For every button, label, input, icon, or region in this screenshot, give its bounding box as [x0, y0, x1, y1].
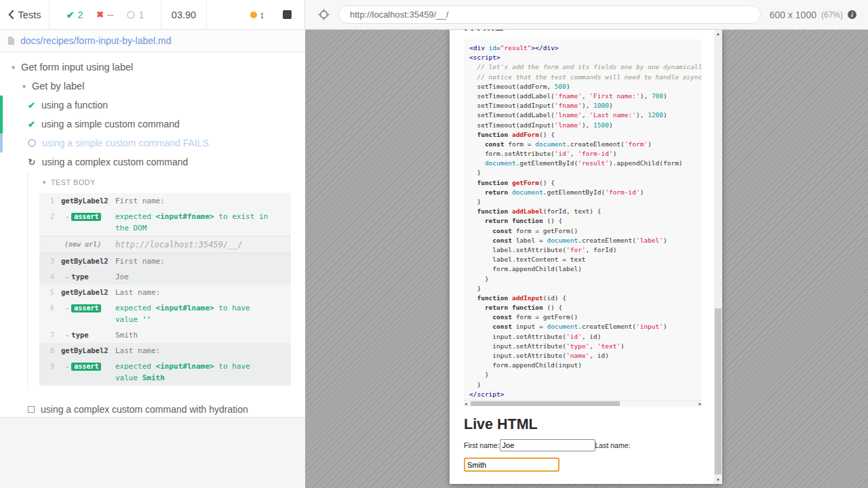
scrollbar-thumb[interactable] [715, 308, 722, 474]
code-token: 1500 [593, 121, 609, 129]
last-name-label: Last name: [595, 441, 631, 449]
code-token: } [469, 285, 481, 292]
code-token: // notice that the test commands will ne… [469, 73, 702, 81]
code-horizontal-scrollbar[interactable]: ◂ ▸ [464, 400, 702, 407]
code-token: "result" [500, 44, 532, 52]
test-simple-custom-command-fails[interactable]: using a simple custom command FAILS [0, 134, 305, 152]
command-message: expected <input#fname> to exist in the D… [115, 211, 291, 234]
passed-number: 2 [77, 9, 83, 20]
code-token: input.setAttribute( [469, 333, 566, 340]
assert-badge: assert [71, 363, 101, 371]
code-token: .createElement( [566, 140, 625, 148]
scrollbar-thumb[interactable] [471, 401, 620, 406]
command-row[interactable]: 7-typeSmith [39, 327, 291, 343]
code-line: document.getElementById('result').append… [469, 159, 702, 168]
message-segment: <input#lname> [156, 304, 214, 312]
first-name-label: First name: [464, 441, 500, 449]
command-row[interactable]: 8getByLabel2Last name: [39, 343, 291, 359]
suite-get-form-input[interactable]: ▾ Get form input using label [0, 58, 305, 77]
code-token: 'fname' [555, 92, 582, 100]
code-line: const input = document.createElement('in… [469, 322, 702, 331]
command-name: getByLabel2 [61, 256, 115, 267]
code-line: label.textContent = text [469, 255, 702, 264]
code-token: () { [539, 179, 555, 186]
code-token: const [469, 313, 512, 321]
command-row[interactable]: 2-assertexpected <input#fname> to exist … [39, 209, 291, 236]
address-bar[interactable]: http://localhost:35459/__/ [338, 5, 761, 24]
code-token: form.setAttribute( [469, 150, 555, 157]
code-line: } [469, 274, 702, 284]
code-line: setTimeout(addLabel('fname', 'First name… [469, 92, 702, 101]
auto-scroll-toggle[interactable]: ↕ [250, 9, 264, 20]
test-complex-custom-command[interactable]: ↻ using a complex custom command [0, 152, 305, 171]
code-token: document [535, 140, 566, 148]
caret-down-icon: ▾ [22, 83, 26, 90]
code-line: // let's add the form and its fields one… [469, 62, 702, 72]
scroll-up-arrow-icon[interactable]: ▲ [714, 30, 722, 38]
code-token: 'Last name:' [589, 111, 636, 119]
test-label: using a complex custom command with hydr… [41, 404, 248, 415]
refresh-icon: ↻ [28, 157, 36, 167]
code-token: return [469, 188, 512, 196]
test-using-a-function[interactable]: ✔ using a function [0, 96, 305, 115]
command-row[interactable]: 9-assertexpected <input#lname> to have v… [39, 359, 291, 386]
reporter-header: Tests ✔2 ✖-- 1 03.90 ↕ [0, 0, 305, 30]
code-token: , [582, 92, 589, 100]
back-to-tests-button[interactable]: Tests [0, 0, 49, 29]
failed-count[interactable]: ✖-- [96, 9, 113, 20]
back-label: Tests [18, 9, 41, 20]
code-line: function addForm() { [469, 130, 702, 140]
stop-button[interactable] [283, 10, 292, 19]
command-row[interactable]: 1getByLabel2First name: [39, 193, 291, 209]
command-name: getByLabel2 [61, 287, 115, 298]
crosshair-icon[interactable] [318, 9, 330, 20]
code-token: ).appendChild(form) [609, 159, 683, 167]
code-token: addForm [512, 131, 539, 138]
scroll-right-arrow-icon[interactable]: ▸ [698, 401, 701, 407]
new-url-row[interactable]: (new url)http://localhost:35459/__/ [39, 236, 291, 253]
last-name-input[interactable] [464, 458, 559, 472]
command-dash: - [65, 362, 69, 370]
aut-vertical-scrollbar[interactable]: ▲ ▼ [714, 30, 722, 484]
code-line: setTimeout(addLabel('lname', 'Last name:… [469, 110, 702, 120]
command-row[interactable]: 4-typeJoe [39, 269, 291, 285]
aut-frame: HTML <div id="result"></div><script> // … [450, 30, 722, 484]
scroll-down-arrow-icon[interactable]: ▼ [714, 476, 722, 484]
code-line: const label = document.createElement('la… [469, 236, 702, 245]
reporter-panel: docs/recipes/form-input-by-label.md ▾ Ge… [0, 30, 305, 488]
code-line: function addInput(id) { [469, 293, 702, 303]
info-icon[interactable]: i [848, 10, 856, 19]
code-token: 'for' [566, 246, 586, 253]
code-token: id [489, 44, 496, 52]
code-token: 'form-id' [578, 150, 612, 157]
suite-get-by-label[interactable]: ▾ Get by label [0, 77, 305, 96]
test-hydration[interactable]: using a complex custom command with hydr… [0, 400, 305, 419]
code-token: } [469, 381, 481, 388]
code-token: 'fname' [555, 102, 582, 109]
code-token: 'name' [566, 352, 589, 359]
code-token: () { [547, 304, 562, 311]
passed-count[interactable]: ✔2 [66, 9, 83, 20]
spec-path-link[interactable]: docs/recipes/form-input-by-label.md [20, 35, 172, 46]
spinner-icon [28, 139, 36, 147]
code-token: , id) [582, 333, 601, 340]
command-dash: - [65, 331, 69, 339]
command-row[interactable]: 6-assertexpected <input#lname> to have v… [39, 300, 291, 327]
test-body-toggle[interactable]: ▾ TEST BODY [28, 174, 305, 190]
code-line: <script> [469, 53, 702, 62]
code-token: label.setAttribute( [469, 246, 566, 253]
pending-count[interactable]: 1 [127, 9, 144, 20]
code-line: return document.getElementById('form-id'… [469, 188, 702, 197]
code-line: input.setAttribute('name', id) [469, 351, 702, 361]
first-name-input[interactable] [500, 439, 595, 451]
spec-path-row: docs/recipes/form-input-by-label.md [0, 30, 305, 52]
code-token: form = getForm() [512, 227, 578, 235]
command-row[interactable]: 5getByLabel2Last name: [39, 285, 291, 300]
code-token: return function [469, 304, 547, 311]
scroll-left-arrow-icon[interactable]: ◂ [465, 401, 467, 407]
code-token: .getElementById( [543, 188, 606, 196]
command-row[interactable]: 3getByLabel2First name: [39, 253, 291, 269]
failed-number: -- [107, 9, 113, 20]
message-segment: '' [142, 315, 151, 324]
test-simple-custom-command[interactable]: ✔ using a simple custom command [0, 115, 305, 134]
